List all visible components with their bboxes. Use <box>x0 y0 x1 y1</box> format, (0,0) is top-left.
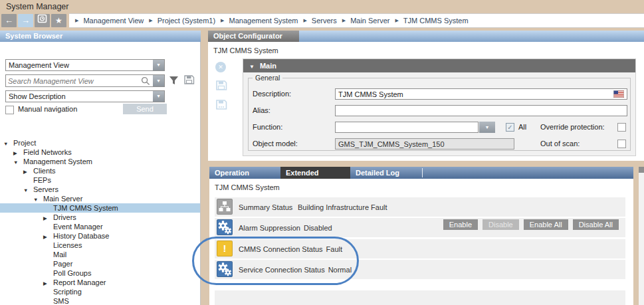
tree-item-label: Drivers <box>53 213 76 221</box>
chevron-down-icon[interactable]: ▼ <box>13 158 23 167</box>
tab-operation[interactable]: Operation <box>209 167 280 179</box>
tree-item-label: Clients <box>33 167 56 175</box>
tree-item-label: TJM CMMS System <box>53 204 118 212</box>
status-value: Building Infrastructure Fault <box>298 203 387 211</box>
override-protection-checkbox[interactable] <box>617 123 626 132</box>
general-group: General Description: Alias: <box>248 74 631 151</box>
breadcrumb-item-project-system1-[interactable]: ▶Project (System1) <box>147 17 215 25</box>
object-configurator-body: TJM CMMS System ✕ ▼Main General Descript… <box>208 42 644 161</box>
breadcrumb-arrow-icon: ▶ <box>221 18 224 23</box>
out-of-scan-checkbox[interactable] <box>617 140 626 148</box>
alias-field[interactable] <box>335 105 627 116</box>
tree-item-tjm-cmms-system[interactable]: TJM CMMS System <box>0 203 200 213</box>
view-selector[interactable]: Management View ▼ <box>5 59 165 71</box>
object-configurator-panel: Object Configurator TJM CMMS System ✕ ▼M… <box>208 31 644 161</box>
tree-item-event-manager[interactable]: Event Manager <box>0 222 200 231</box>
docked-panel-edge-header <box>639 167 644 173</box>
override-protection-label: Override protection: <box>540 122 605 133</box>
status-row-alarm-suppression: Alarm SuppressionDisabledEnableDisableEn… <box>215 218 625 237</box>
enable-all-button[interactable]: Enable All <box>524 219 568 230</box>
search-input[interactable] <box>8 76 131 86</box>
close-icon[interactable]: ✕ <box>215 62 226 72</box>
chevron-down-icon[interactable]: ▼ <box>479 122 495 133</box>
main-section-header[interactable]: ▼Main <box>243 59 635 72</box>
tree-item-scripting[interactable]: Scripting <box>0 287 200 296</box>
tab-object-configurator[interactable]: Object Configurator <box>208 31 299 42</box>
tree-item-servers[interactable]: ▼Servers <box>0 185 200 194</box>
object-configurator-tabstrip: Object Configurator <box>208 31 644 42</box>
chevron-down-icon[interactable]: ▼ <box>23 186 33 195</box>
language-flag-icon[interactable] <box>613 90 624 99</box>
tree-item-mail[interactable]: Mail <box>0 250 200 259</box>
back-arrow-icon: ← <box>5 15 13 25</box>
tree-item-label: Management System <box>23 157 92 165</box>
disable-all-button[interactable]: Disable All <box>573 219 619 230</box>
out-of-scan-label: Out of scan: <box>540 138 580 150</box>
chevron-down-icon[interactable]: ▼ <box>153 91 164 102</box>
tree-item-report-manager[interactable]: ▶Report Manager <box>0 278 200 287</box>
breadcrumb-label: Project (System1) <box>158 17 215 25</box>
tree-item-label: Event Manager <box>53 223 103 231</box>
tree-item-field-networks[interactable]: ▶Field Networks <box>0 148 200 157</box>
tree-item-pager[interactable]: Pager <box>0 259 200 268</box>
tree-item-poll-groups[interactable]: Poll Groups <box>0 268 200 278</box>
function-field[interactable] <box>335 122 479 133</box>
chevron-down-icon[interactable]: ▼ <box>153 60 164 70</box>
tree-item-sms[interactable]: SMS <box>0 296 200 305</box>
object-model-field[interactable] <box>335 138 514 150</box>
back-button[interactable]: ← <box>1 14 17 27</box>
tree-item-feps[interactable]: FEPs <box>0 175 200 185</box>
system-browser-header: System Browser <box>0 31 201 42</box>
status-label: Summary Status <box>239 203 294 211</box>
tree-item-project[interactable]: ▼Project <box>0 138 200 148</box>
favorites-button[interactable]: ★ <box>51 14 66 27</box>
save-as-icon[interactable] <box>215 99 227 112</box>
status-label: Alarm Suppression <box>239 224 300 232</box>
disable-button[interactable]: Disable <box>483 219 519 230</box>
tab-extended-operation[interactable]: Extended Operation <box>280 167 350 179</box>
breadcrumb-item-management-view[interactable]: ▶Management View <box>73 17 144 25</box>
manual-navigation-checkbox[interactable] <box>5 106 14 114</box>
chevron-down-icon[interactable]: ▼ <box>33 195 43 205</box>
breadcrumb-item-management-system[interactable]: ▶Management System <box>219 17 298 25</box>
description-field[interactable] <box>335 88 627 100</box>
send-button[interactable]: Send <box>123 104 167 114</box>
view-selector-value: Management View <box>9 61 69 69</box>
tree-item-label: Licenses <box>53 241 82 249</box>
function-row: Function: ▼ ✓ All Override protection: <box>253 122 627 133</box>
filter-icon[interactable] <box>169 76 179 86</box>
tree-item-label: Project <box>13 139 36 147</box>
tree-item-clients[interactable]: ▶Clients <box>0 166 200 175</box>
tree-item-licenses[interactable]: Licenses <box>0 241 200 250</box>
alias-row: Alias: <box>253 105 627 116</box>
enable-button[interactable]: Enable <box>443 219 478 230</box>
breadcrumb-arrow-icon: ▶ <box>342 18 346 23</box>
tab-detailed-log[interactable]: Detailed Log <box>350 167 422 179</box>
forward-button[interactable]: → <box>18 14 33 27</box>
description-selector[interactable]: Show Description ▼ <box>5 90 165 102</box>
breadcrumb-item-main-server[interactable]: ▶Main Server <box>340 17 390 25</box>
tree-item-label: Mail <box>53 251 66 258</box>
breadcrumb-item-servers[interactable]: ▶Servers <box>301 17 336 25</box>
tree-item-main-server[interactable]: ▼Main Server <box>0 194 200 203</box>
save-search-icon[interactable] <box>183 74 195 86</box>
save-icon[interactable] <box>215 80 227 92</box>
main-section-body: General Description: Alias: <box>243 72 635 155</box>
chevron-down-icon[interactable]: ▼ <box>3 140 13 149</box>
chevron-down-icon[interactable]: ▼ <box>153 75 164 86</box>
all-checkbox[interactable]: ✓ <box>506 123 514 132</box>
breadcrumb-label: Management System <box>229 17 298 25</box>
history-button[interactable] <box>35 14 50 27</box>
docked-panel-edge <box>639 167 644 305</box>
breadcrumb-item-tjm-cmms-system[interactable]: ▶TJM CMMS System <box>393 17 468 25</box>
main-section-title: Main <box>260 62 276 70</box>
tree-item-label: Report Manager <box>53 278 106 286</box>
system-browser-panel: System Browser Management View ▼ ▼ Show … <box>0 31 201 305</box>
tree-item-drivers[interactable]: ▶Drivers <box>0 213 200 222</box>
all-checkbox-label: All <box>518 122 526 133</box>
tree-item-label: Servers <box>33 185 58 193</box>
status-row-summary-status: Summary StatusBuilding Infrastructure Fa… <box>215 197 625 217</box>
history-clock-icon <box>37 14 47 23</box>
tree-item-history-database[interactable]: ▶History Database <box>0 231 200 241</box>
tree-item-management-system[interactable]: ▼Management System <box>0 157 200 166</box>
